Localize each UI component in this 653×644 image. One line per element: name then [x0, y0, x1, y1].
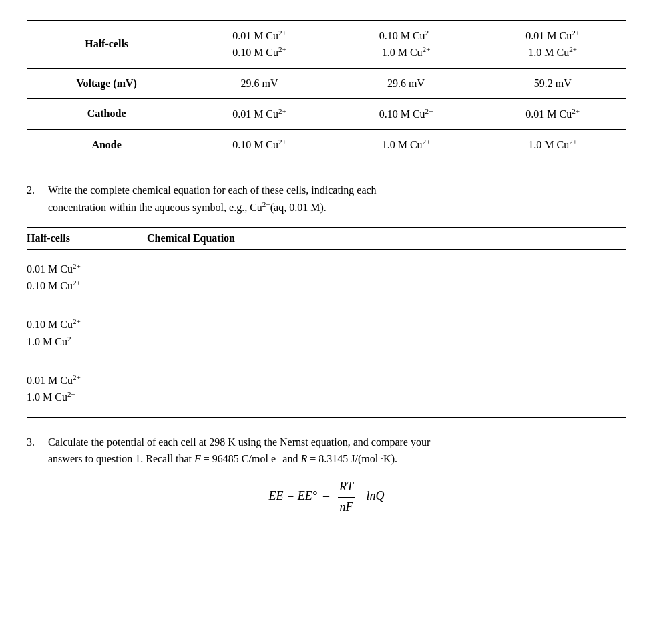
halfcells-col1: 0.01 M Cu2+ 0.10 M Cu2+ — [186, 21, 333, 69]
row-header-anode: Anode — [27, 129, 186, 160]
halfcells-col3: 0.01 M Cu2+ 1.0 M Cu2+ — [479, 21, 626, 69]
chem-header-halfcells: Half-cells — [27, 228, 147, 249]
voltage-col3: 59.2 mV — [479, 68, 626, 98]
halfcells-col2: 0.10 M Cu2+ 1.0 M Cu2+ — [333, 21, 479, 69]
chem-row-1: 0.01 M Cu2+ 0.10 M Cu2+ — [27, 249, 626, 305]
chem-row-1-equation — [147, 249, 626, 305]
cathode-col2: 0.10 M Cu2+ — [333, 98, 479, 129]
chem-table-header-row: Half-cells Chemical Equation — [27, 228, 626, 249]
chem-row-3-equation — [147, 361, 626, 418]
table-row-anode: Anode 0.10 M Cu2+ 1.0 M Cu2+ 1.0 M Cu2+ — [27, 129, 626, 160]
voltage-col1: 29.6 mV — [186, 68, 333, 98]
anode-col3: 1.0 M Cu2+ — [479, 129, 626, 160]
chem-row-1-halfcells: 0.01 M Cu2+ 0.10 M Cu2+ — [27, 249, 147, 305]
chem-row-3: 0.01 M Cu2+ 1.0 M Cu2+ — [27, 361, 626, 418]
half-cells-table: Half-cells 0.01 M Cu2+ 0.10 M Cu2+ 0.10 … — [27, 20, 626, 160]
question-3-number: 3. — [27, 434, 43, 468]
row-header-voltage: Voltage (mV) — [27, 68, 186, 98]
chem-row-2-halfcells: 0.10 M Cu2+ 1.0 M Cu2+ — [27, 305, 147, 361]
table-row-halfcells: Half-cells 0.01 M Cu2+ 0.10 M Cu2+ 0.10 … — [27, 21, 626, 69]
chem-row-2: 0.10 M Cu2+ 1.0 M Cu2+ — [27, 305, 626, 361]
table-row-cathode: Cathode 0.01 M Cu2+ 0.10 M Cu2+ 0.01 M C… — [27, 98, 626, 129]
question-2-body: Write the complete chemical equation for… — [48, 182, 377, 216]
chem-header-equation: Chemical Equation — [147, 228, 626, 249]
chem-row-2-equation — [147, 305, 626, 361]
anode-col2: 1.0 M Cu2+ — [333, 129, 479, 160]
nernst-equation: EE = EE° – RT nF lnQ — [27, 478, 626, 515]
chem-row-3-halfcells: 0.01 M Cu2+ 1.0 M Cu2+ — [27, 361, 147, 418]
question-3-text: 3. Calculate the potential of each cell … — [27, 434, 626, 468]
nernst-numerator: RT — [338, 478, 355, 497]
question-3-body: Calculate the potential of each cell at … — [48, 434, 430, 468]
row-header-cathode: Cathode — [27, 98, 186, 129]
question-2-section: 2. Write the complete chemical equation … — [27, 182, 626, 417]
voltage-col2: 29.6 mV — [333, 68, 479, 98]
chemical-equation-table: Half-cells Chemical Equation 0.01 M Cu2+… — [27, 227, 626, 418]
table-row-voltage: Voltage (mV) 29.6 mV 29.6 mV 59.2 mV — [27, 68, 626, 98]
question-3-section: 3. Calculate the potential of each cell … — [27, 434, 626, 516]
nernst-fraction: RT nF — [338, 478, 355, 515]
question-2-text: 2. Write the complete chemical equation … — [27, 182, 626, 216]
nernst-denominator: nF — [338, 498, 354, 516]
question-2-number: 2. — [27, 182, 43, 216]
cathode-col3: 0.01 M Cu2+ — [479, 98, 626, 129]
row-header-halfcells: Half-cells — [27, 21, 186, 69]
anode-col1: 0.10 M Cu2+ — [186, 129, 333, 160]
cathode-col1: 0.01 M Cu2+ — [186, 98, 333, 129]
